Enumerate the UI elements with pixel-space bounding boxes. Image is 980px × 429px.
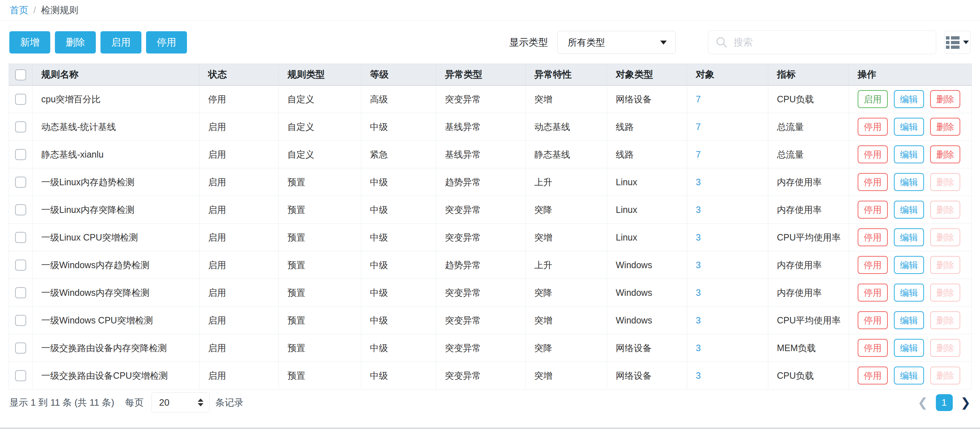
object-count-link[interactable]: 3 [696, 177, 701, 187]
row-edit-button[interactable]: 编辑 [894, 367, 924, 384]
object-count-link[interactable]: 7 [696, 122, 701, 132]
row-toggle-button[interactable]: 停用 [858, 118, 888, 136]
display-type-value: 所有类型 [568, 36, 605, 49]
cell-anomaly-type: 突变异常 [436, 362, 526, 389]
enable-button[interactable]: 启用 [100, 31, 142, 54]
row-edit-button[interactable]: 编辑 [894, 201, 924, 218]
cell-status: 启用 [199, 196, 279, 224]
select-all-checkbox[interactable] [15, 69, 26, 80]
row-checkbox[interactable] [15, 177, 26, 188]
cell-rule-type: 预置 [279, 251, 361, 279]
row-checkbox[interactable] [15, 121, 26, 132]
cell-rule-name: 一级交换路由设备CPU突增检测 [33, 362, 199, 389]
row-checkbox[interactable] [15, 343, 26, 354]
cell-anomaly-type: 趋势异常 [436, 251, 526, 279]
cell-rule-type: 预置 [279, 196, 361, 224]
row-toggle-button[interactable]: 停用 [858, 284, 888, 301]
disable-button[interactable]: 停用 [146, 31, 187, 54]
row-checkbox[interactable] [15, 260, 26, 271]
cell-object-type: Windows [607, 306, 687, 334]
row-toggle-button[interactable]: 停用 [858, 367, 888, 384]
object-count-link[interactable]: 3 [696, 370, 701, 381]
search-input[interactable] [733, 37, 929, 48]
object-count-link[interactable]: 3 [696, 232, 701, 242]
row-toggle-button[interactable]: 停用 [858, 228, 888, 246]
add-button[interactable]: 新增 [10, 31, 50, 54]
column-header-level: 等级 [361, 64, 436, 85]
row-toggle-button[interactable]: 停用 [858, 339, 888, 357]
cell-object-type: 网络设备 [607, 334, 687, 362]
row-edit-button[interactable]: 编辑 [894, 339, 924, 357]
cell-anomaly-trait: 突降 [526, 279, 607, 306]
cell-object-type: 线路 [607, 113, 687, 141]
row-delete-button[interactable]: 删除 [930, 145, 960, 163]
delete-button[interactable]: 删除 [55, 31, 96, 54]
cell-rule-name: 一级Windows CPU突增检测 [33, 306, 199, 334]
object-count-link[interactable]: 7 [696, 149, 701, 159]
object-count-link[interactable]: 7 [696, 94, 701, 104]
row-edit-button[interactable]: 编辑 [894, 284, 924, 301]
cell-level: 中级 [361, 168, 436, 196]
row-edit-button[interactable]: 编辑 [894, 256, 924, 274]
row-edit-button[interactable]: 编辑 [894, 228, 924, 246]
page-size-select[interactable]: 20 [151, 392, 210, 413]
column-header-rule-name: 规则名称 [33, 64, 199, 85]
row-checkbox[interactable] [15, 94, 26, 105]
object-count-link[interactable]: 3 [696, 287, 701, 298]
row-edit-button[interactable]: 编辑 [894, 173, 924, 191]
cell-anomaly-type: 突变异常 [436, 85, 526, 113]
row-toggle-button[interactable]: 停用 [858, 145, 888, 163]
cell-anomaly-trait: 静态基线 [526, 141, 607, 168]
next-page-button[interactable]: ❯ [961, 396, 971, 408]
columns-toggle-button[interactable] [944, 31, 970, 54]
cell-level: 中级 [361, 224, 436, 251]
cell-anomaly-trait: 突增 [526, 224, 607, 251]
row-edit-button[interactable]: 编辑 [894, 90, 924, 108]
pagination-bar: 显示 1 到 11 条 (共 11 条) 每页 20 条记录 ❮ 1 ❯ [10, 389, 970, 415]
row-edit-button[interactable]: 编辑 [894, 118, 924, 136]
row-delete-button: 删除 [930, 173, 960, 191]
breadcrumb-home-link[interactable]: 首页 [10, 4, 29, 16]
cell-rule-type: 预置 [279, 224, 361, 251]
cell-anomaly-type: 突变异常 [436, 306, 526, 334]
display-type-select[interactable]: 所有类型 [557, 31, 676, 54]
row-checkbox[interactable] [15, 204, 26, 215]
cell-anomaly-type: 突变异常 [436, 279, 526, 306]
pagination-summary: 显示 1 到 11 条 (共 11 条) [10, 396, 114, 409]
cell-status: 启用 [199, 251, 279, 279]
object-count-link[interactable]: 3 [696, 260, 701, 270]
column-header-anomaly-type: 异常类型 [436, 64, 526, 85]
row-checkbox[interactable] [15, 315, 26, 326]
row-edit-button[interactable]: 编辑 [894, 311, 924, 329]
row-toggle-button[interactable]: 停用 [858, 201, 888, 218]
previous-page-button[interactable]: ❮ [918, 396, 928, 408]
cell-status: 启用 [199, 168, 279, 196]
row-delete-button: 删除 [930, 228, 960, 246]
row-delete-button: 删除 [930, 339, 960, 357]
cell-status: 启用 [199, 113, 279, 141]
row-edit-button[interactable]: 编辑 [894, 145, 924, 163]
row-delete-button[interactable]: 删除 [930, 90, 960, 108]
object-count-link[interactable]: 3 [696, 315, 701, 325]
row-delete-button[interactable]: 删除 [930, 118, 960, 136]
row-checkbox[interactable] [15, 287, 26, 298]
row-toggle-button[interactable]: 停用 [858, 173, 888, 191]
row-checkbox[interactable] [15, 149, 26, 160]
page-1-button[interactable]: 1 [936, 394, 953, 411]
object-count-link[interactable]: 3 [696, 343, 701, 353]
row-toggle-button[interactable]: 启用 [858, 90, 888, 108]
object-count-link[interactable]: 3 [696, 205, 701, 215]
row-checkbox[interactable] [15, 370, 26, 381]
cell-object-type: Linux [607, 224, 687, 251]
row-toggle-button[interactable]: 停用 [858, 311, 888, 329]
cell-level: 中级 [361, 306, 436, 334]
toolbar: 新增 删除 启用 停用 显示类型 所有类型 [10, 30, 970, 54]
cell-anomaly-type: 基线异常 [436, 141, 526, 168]
cell-level: 中级 [361, 113, 436, 141]
cell-metric: CPU负载 [768, 362, 849, 389]
cell-metric: 内存使用率 [768, 196, 849, 224]
display-type-label: 显示类型 [509, 36, 548, 49]
row-toggle-button[interactable]: 停用 [858, 256, 888, 274]
search-box [708, 30, 936, 54]
row-checkbox[interactable] [15, 232, 26, 243]
